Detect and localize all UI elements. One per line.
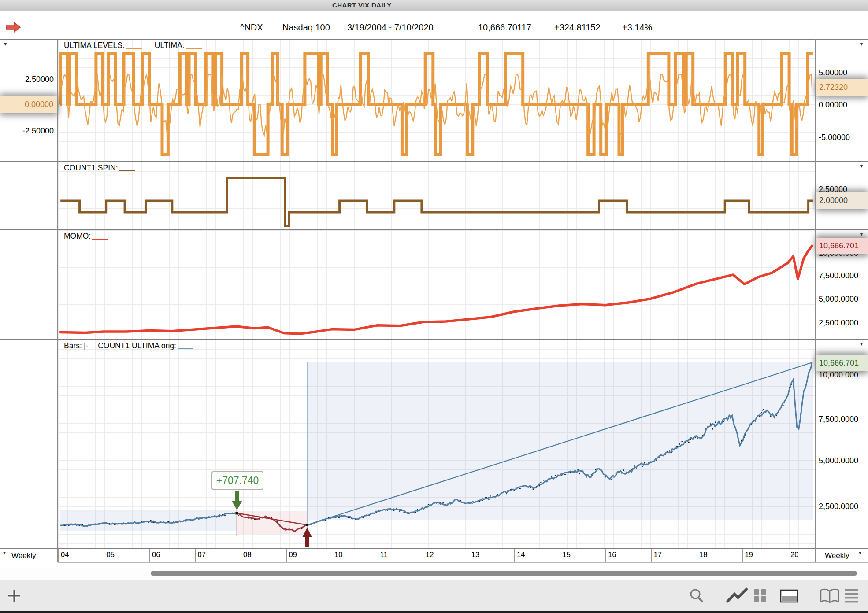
add-icon[interactable] [7,589,21,603]
axis-tick-label: 2,500.0000 [819,318,858,328]
ultima-levels-label: ULTIMA LEVELS: [64,41,125,50]
ultima-label: ULTIMA: [155,41,185,50]
left-axis-gutter [0,39,57,568]
timeframe-chevron-icon[interactable]: ▾ [859,550,861,555]
momo-label: MOMO: [64,232,91,240]
panel-menu-chevron-icon[interactable]: ▾ [4,41,7,47]
x-axis-year: 05 [104,549,150,562]
panel-menu-chevron-icon[interactable]: ▾ [860,341,863,347]
x-axis: 0405060708091011121314151617181920 [0,549,868,562]
panel-price [58,340,816,548]
x-axis-year: 13 [469,549,515,562]
horizontal-scrollbar[interactable] [151,571,857,576]
x-axis-year: 11 [378,549,423,562]
momo-current-value-label: 10,666.701 [816,238,868,254]
axis-tick-label: 5,000.0000 [819,456,858,465]
panel-menu-chevron-icon[interactable]: ▾ [860,41,863,47]
axis-tick-label: 5.00000 [819,68,847,78]
panel-menu-chevron-icon[interactable]: ▾ [860,163,863,169]
scroll-strip [0,568,868,580]
panel-spin [58,162,816,229]
ultima-levels-value-blank [126,42,142,49]
spin-value-blank [119,164,135,171]
x-axis-year: 07 [195,549,241,562]
spin-label: COUNT1 SPIN: [64,163,118,172]
bar-style-glyph[interactable]: |- [84,341,88,350]
axis-tick-label: 5,000.0000 [819,294,858,304]
x-axis-year: 10 [332,549,378,562]
right-axis-border [815,39,816,562]
last-price: 10,666.70117 [478,22,531,33]
forward-arrow-icon[interactable] [6,22,21,33]
x-axis-year: 14 [514,549,560,562]
split-window-icon[interactable] [780,589,798,603]
window-title: CHART VIX DAILY [332,1,392,9]
x-axis-year: 12 [423,549,469,562]
x-axis-year: 16 [605,549,651,562]
price-change: +324.81152 [554,22,601,33]
panel-price-label: Bars:|-COUNT1 ULTIMA orig: [64,341,195,351]
axis-tick-label: 7,500.0000 [819,271,858,281]
menu-icon[interactable] [844,588,858,603]
count1-ultima-orig-label: COUNT1 ULTIMA orig: [98,341,176,350]
toolbar-divider [810,587,810,604]
grid-view-icon[interactable] [753,589,767,602]
panel-separator[interactable] [0,229,868,230]
momo-value-blank [92,233,108,240]
x-axis-year: 06 [149,549,195,562]
panel-momo [58,230,816,339]
quote-header: ^NDX Nasdaq 100 3/19/2004 - 7/10/2020 10… [0,11,868,39]
chart-app: CHART VIX DAILY ^NDX Nasdaq 100 3/19/200… [0,0,868,613]
ultima-value-blank [186,42,202,49]
axis-tick-label: 0.00000 [819,100,847,110]
axis-tick-label: -2.50000 [0,126,54,136]
book-icon[interactable] [820,587,840,604]
left-axis-border [57,39,58,562]
price-current-value-label: 10,666.701 [816,355,868,371]
x-axis-year: 17 [651,549,697,562]
axis-tick-label: 2,500.0000 [819,502,858,511]
ultima-current-value-label: 2.72320 [816,79,868,96]
panel-separator[interactable] [0,339,868,340]
timeframe-right[interactable]: Weekly [825,551,849,560]
panel-separator [0,39,868,40]
price-change-percent: +3.14% [622,22,652,33]
x-axis-underline [58,562,868,563]
panel-ultima-label: ULTIMA LEVELS:ULTIMA: [64,41,203,50]
window-titlebar: CHART VIX DAILY [0,0,868,11]
panel-separator [0,548,868,549]
x-axis-year: 08 [241,549,286,562]
date-range: 3/19/2004 - 7/10/2020 [347,22,434,33]
panel-menu-chevron-icon[interactable]: ▾ [860,232,863,237]
ultima-zero-current-label: 0.00000 [0,96,58,113]
x-axis-year: 20 [788,549,813,562]
symbol: ^NDX [240,22,263,33]
axis-tick-label: 10,000.000 [819,370,858,380]
panel-spin-label: COUNT1 SPIN: [64,163,137,173]
x-axis-year: 18 [697,549,742,562]
bars-label: Bars: [64,341,82,350]
x-axis-year: 09 [286,549,332,562]
panel-momo-label: MOMO: [64,232,109,241]
axis-tick-label: -5.00000 [819,133,850,142]
trend-chart-icon[interactable] [725,587,749,605]
screen-bottom-edge [0,611,868,613]
toolbar-divider [715,587,715,604]
search-icon[interactable] [688,587,705,604]
panel-ultima [58,40,816,161]
spin-current-value-label: 2.00000 [816,192,868,209]
orig-value-blank [178,342,193,349]
x-axis-year: 19 [742,549,788,562]
x-axis-year: 15 [560,549,606,562]
x-axis-year: 04 [58,549,104,562]
timeframe-chevron-icon[interactable]: ▾ [3,550,6,555]
symbol-name: Nasdaq 100 [282,22,330,33]
timeframe-left[interactable]: Weekly [11,551,36,560]
axis-tick-label: 2.50000 [0,74,54,84]
panel-separator[interactable] [0,161,868,162]
axis-tick-label: 7,500.0000 [819,414,858,424]
trade-profit-annotation: +707.740 [211,471,263,490]
